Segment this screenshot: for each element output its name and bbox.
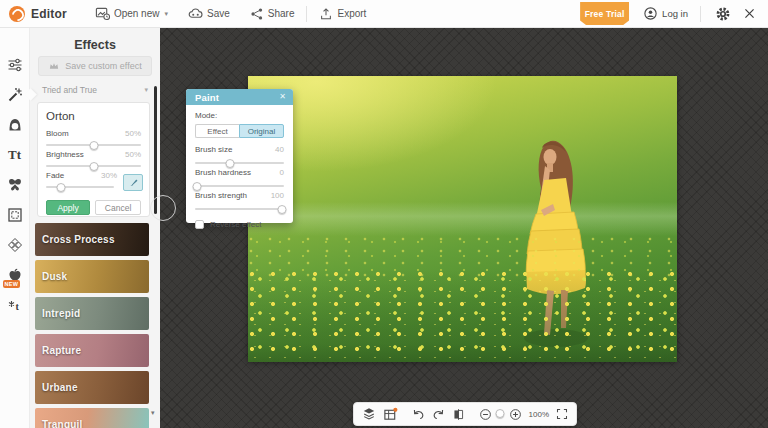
apply-button[interactable]: Apply: [46, 200, 90, 215]
login-button[interactable]: Log in: [643, 6, 688, 21]
slider-handle[interactable]: [56, 183, 65, 192]
topbar-divider: [306, 6, 307, 22]
slider-track[interactable]: [195, 162, 284, 164]
sidebar-item-themes[interactable]: NEW: [0, 260, 30, 290]
fullscreen-button[interactable]: [556, 408, 568, 420]
effect-tile[interactable]: Rapture: [35, 334, 149, 367]
zoom-in-button[interactable]: [509, 408, 522, 421]
paint-close-icon[interactable]: ✕: [279, 93, 286, 101]
export-label: Export: [337, 8, 366, 19]
export-button[interactable]: Export: [319, 7, 366, 21]
slider-value: 100: [271, 191, 284, 200]
zoom-slider[interactable]: [499, 409, 501, 419]
slider-handle[interactable]: [89, 141, 98, 150]
paint-dialog-header[interactable]: Paint ✕: [186, 89, 293, 105]
slider-value: 40: [275, 145, 284, 154]
sidebar-item-overlays[interactable]: [0, 170, 30, 200]
user-icon: [643, 6, 658, 21]
scroll-down-arrow[interactable]: ▾: [151, 409, 155, 417]
settings-gear-icon[interactable]: [713, 4, 733, 24]
sidebar-item-frames[interactable]: [0, 200, 30, 230]
effect-tile-label: Urbane: [42, 382, 78, 393]
sidebar-item-text[interactable]: Tt: [0, 140, 30, 170]
cloud-save-icon: [188, 6, 203, 21]
sliders-icon: [7, 57, 23, 73]
open-new-icon: [95, 6, 110, 21]
app-title: Editor: [31, 7, 67, 21]
zoom-out-button[interactable]: [479, 408, 492, 421]
slider-row-fade: Fade 30%: [46, 171, 141, 192]
close-icon[interactable]: [741, 5, 758, 22]
redo-button[interactable]: [432, 408, 445, 421]
panel-title: Effects: [30, 38, 160, 52]
open-new-button[interactable]: Open new ▾: [95, 6, 168, 21]
save-custom-effect-button[interactable]: Save custom effect: [38, 56, 152, 76]
app-logo[interactable]: Editor: [0, 6, 67, 22]
flower-field-near: [248, 270, 677, 362]
paint-brush-button[interactable]: [123, 174, 143, 191]
effect-tile[interactable]: Tranquil: [35, 408, 149, 428]
effect-tile[interactable]: Cross Process: [35, 223, 149, 256]
brush-hardness-row: Brush hardness 0: [195, 168, 284, 191]
share-button[interactable]: Share: [250, 7, 295, 21]
share-icon: [250, 7, 264, 21]
sidebar-item-basic-edits[interactable]: [0, 50, 30, 80]
effect-tile-label: Intrepid: [42, 308, 80, 319]
text-icon: Tt: [8, 147, 21, 163]
share-label: Share: [268, 8, 295, 19]
mode-effect-button[interactable]: Effect: [195, 124, 239, 138]
paint-dialog-title: Paint: [195, 92, 219, 103]
mode-original-button[interactable]: Original: [239, 124, 284, 138]
edit-canvas-button[interactable]: [383, 407, 398, 422]
slider-value: 50%: [125, 150, 141, 159]
save-button[interactable]: Save: [188, 6, 230, 21]
svg-text:t: t: [15, 301, 19, 312]
effect-list: Cross Process Dusk Intrepid Rapture Urba…: [35, 223, 149, 428]
brush-strength-handle[interactable]: [278, 205, 287, 214]
effects-section-header[interactable]: Tried and True ▾: [42, 85, 148, 95]
effect-tile-label: Rapture: [42, 345, 81, 356]
panel-scrollbar[interactable]: [154, 86, 157, 214]
bottom-toolbar: 100%: [353, 402, 577, 426]
photo-image[interactable]: [248, 76, 677, 362]
reverse-effect-checkbox[interactable]: [195, 220, 204, 229]
sidebar-item-labels[interactable]: t: [0, 290, 30, 320]
reverse-effect-checkbox-row[interactable]: Reverse effect: [195, 220, 284, 229]
slider-value: 50%: [125, 129, 141, 138]
effect-tile[interactable]: Dusk: [35, 260, 149, 293]
zoom-slider-handle[interactable]: [496, 409, 505, 418]
effects-panel: Effects Save custom effect Tried and Tru…: [30, 28, 160, 428]
slider-label: Brush hardness: [195, 168, 251, 177]
effect-tile-label: Dusk: [42, 271, 67, 282]
compare-original-button[interactable]: [452, 408, 465, 421]
layers-button[interactable]: [362, 407, 376, 421]
canvas-area[interactable]: Paint ✕ Mode: Effect Original Brush size…: [160, 28, 768, 428]
brush-hardness-handle[interactable]: [192, 182, 201, 191]
undo-button[interactable]: [412, 408, 425, 421]
slider-track[interactable]: [195, 185, 284, 187]
caret-down-icon: ▾: [164, 10, 168, 18]
cancel-button[interactable]: Cancel: [95, 200, 141, 215]
slider-label: Bloom: [46, 129, 69, 138]
effect-tile[interactable]: Intrepid: [35, 297, 149, 330]
save-label: Save: [207, 8, 230, 19]
crown-icon: [48, 60, 60, 72]
slider-row-brightness: Brightness 50%: [46, 150, 141, 171]
brush-size-handle[interactable]: [225, 159, 234, 168]
slider-label: Fade: [46, 171, 64, 180]
brand-logo-icon: [9, 6, 25, 22]
slider-handle[interactable]: [89, 162, 98, 171]
slider-row-bloom: Bloom 50%: [46, 129, 141, 150]
paint-dialog: Paint ✕ Mode: Effect Original Brush size…: [186, 89, 293, 223]
editor-app: Editor Open new ▾ Save Share Export Free…: [0, 0, 768, 428]
open-new-label: Open new: [114, 8, 160, 19]
slider-track[interactable]: [195, 208, 284, 210]
brush-size-row: Brush size 40: [195, 145, 284, 168]
sidebar-item-textures[interactable]: [0, 230, 30, 260]
login-label: Log in: [662, 8, 688, 19]
sidebar-item-touch-up[interactable]: [0, 110, 30, 140]
free-trial-button[interactable]: Free Trial: [580, 2, 629, 25]
effect-tile[interactable]: Urbane: [35, 371, 149, 404]
effect-name: Orton: [46, 110, 141, 122]
slider-value: 30%: [101, 171, 117, 180]
